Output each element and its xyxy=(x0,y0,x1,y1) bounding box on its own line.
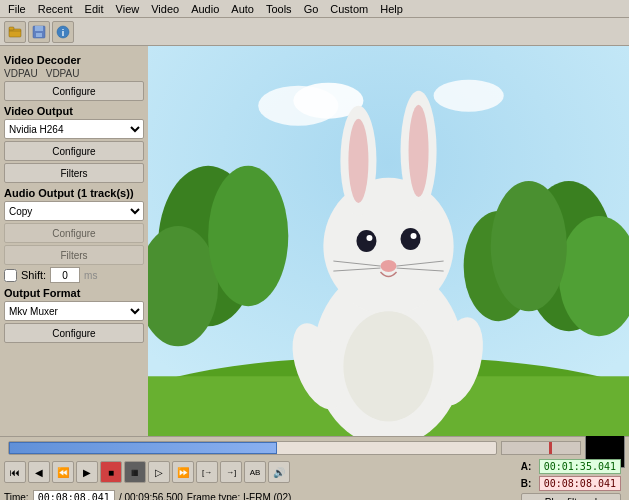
left-panel: Video Decoder VDPAU VDPAU Configure Vide… xyxy=(0,46,148,436)
video-panel xyxy=(148,46,629,436)
rec-button[interactable]: ▦ xyxy=(124,461,146,483)
svg-rect-4 xyxy=(36,33,42,37)
prev-frame-button[interactable]: ⏪ xyxy=(52,461,74,483)
menu-recent[interactable]: Recent xyxy=(32,2,79,16)
svg-point-29 xyxy=(411,233,417,239)
timeline-row xyxy=(4,439,625,457)
stop-button[interactable]: ■ xyxy=(100,461,122,483)
shift-unit: ms xyxy=(84,270,97,281)
video-output-row: Nvidia H264 xyxy=(4,119,144,139)
timeline-filled xyxy=(9,442,277,454)
video-decoder-title: Video Decoder xyxy=(4,54,144,66)
svg-rect-1 xyxy=(9,27,14,30)
time-value: 00:08:08.041 xyxy=(33,490,115,501)
bottom-area: ⏮ ◀ ⏪ ▶ ■ ▦ ▷ ⏩ [→ →] AB xyxy=(0,436,629,500)
svg-point-30 xyxy=(380,260,396,272)
shift-input[interactable] xyxy=(50,267,80,283)
play-filtered-button[interactable]: Play filtered xyxy=(521,493,621,500)
svg-point-25 xyxy=(409,105,429,197)
audio-output-title: Audio Output (1 track(s)) xyxy=(4,187,144,199)
filters1-button[interactable]: Filters xyxy=(4,163,144,183)
svg-point-15 xyxy=(208,166,288,306)
menu-tools[interactable]: Tools xyxy=(260,2,298,16)
frame-type: Frame type: I-FRM (02) xyxy=(187,492,291,501)
svg-point-24 xyxy=(348,119,368,203)
bottom-inner: ⏮ ◀ ⏪ ▶ ■ ▦ ▷ ⏩ [→ →] AB xyxy=(4,459,625,500)
menu-custom[interactable]: Custom xyxy=(324,2,374,16)
menu-help[interactable]: Help xyxy=(374,2,409,16)
menu-go[interactable]: Go xyxy=(298,2,325,16)
configure3-button[interactable]: Configure xyxy=(4,223,144,243)
main-layout: Video Decoder VDPAU VDPAU Configure Vide… xyxy=(0,46,629,436)
svg-text:i: i xyxy=(62,28,65,38)
status-row: Time: 00:08:08.041 / 00:09:56.500 Frame … xyxy=(4,487,521,500)
svg-point-21 xyxy=(323,178,453,314)
svg-point-27 xyxy=(401,228,421,250)
timeline-bar[interactable] xyxy=(8,441,497,455)
a-label: A: xyxy=(521,461,535,472)
filters2-button[interactable]: Filters xyxy=(4,245,144,265)
time-label: Time: xyxy=(4,492,29,501)
output-format-row: Mkv Muxer xyxy=(4,301,144,321)
b-label: B: xyxy=(521,478,535,489)
b-row: B: 00:08:08.041 xyxy=(521,476,621,491)
mark-out-button[interactable]: →] xyxy=(220,461,242,483)
audio-output-select[interactable]: Copy xyxy=(4,201,144,221)
video-content xyxy=(148,46,629,436)
shift-row: Shift: ms xyxy=(4,267,144,283)
mark-in-button[interactable]: [→ xyxy=(196,461,218,483)
play-button[interactable]: ▷ xyxy=(148,461,170,483)
vdpau-label-2: VDPAU xyxy=(46,68,80,79)
menu-file[interactable]: File xyxy=(2,2,32,16)
vdpau-row: VDPAU VDPAU xyxy=(4,68,144,79)
configure1-button[interactable]: Configure xyxy=(4,81,144,101)
bottom-right: A: 00:01:35.041 B: 00:08:08.041 Play fil… xyxy=(521,459,625,500)
vol-button[interactable]: 🔊 xyxy=(268,461,290,483)
ab-button[interactable]: AB xyxy=(244,461,266,483)
menu-video[interactable]: Video xyxy=(145,2,185,16)
mini-timeline[interactable] xyxy=(501,441,581,455)
a-row: A: 00:01:35.041 xyxy=(521,459,621,474)
info-button[interactable]: i xyxy=(52,21,74,43)
svg-point-16 xyxy=(491,181,567,311)
video-output-title: Video Output xyxy=(4,105,144,117)
save-button[interactable] xyxy=(28,21,50,43)
bottom-left: ⏮ ◀ ⏪ ▶ ■ ▦ ▷ ⏩ [→ →] AB xyxy=(4,459,521,500)
vdpau-label-1: VDPAU xyxy=(4,68,38,79)
shift-checkbox[interactable] xyxy=(4,269,17,282)
back-button[interactable]: ◀ xyxy=(28,461,50,483)
next-button[interactable]: ▶ xyxy=(76,461,98,483)
menubar: File Recent Edit View Video Audio Auto T… xyxy=(0,0,629,18)
output-format-title: Output Format xyxy=(4,287,144,299)
output-format-select[interactable]: Mkv Muxer xyxy=(4,301,144,321)
menu-view[interactable]: View xyxy=(110,2,146,16)
audio-output-row: Copy xyxy=(4,201,144,221)
menu-auto[interactable]: Auto xyxy=(225,2,260,16)
a-time: 00:01:35.041 xyxy=(539,459,621,474)
fwd-button[interactable]: ⏩ xyxy=(172,461,194,483)
toolbar: i xyxy=(0,18,629,46)
total-time: / 00:09:56.500 xyxy=(119,492,183,501)
b-time: 00:08:08.041 xyxy=(539,476,621,491)
configure2-button[interactable]: Configure xyxy=(4,141,144,161)
rewind-button[interactable]: ⏮ xyxy=(4,461,26,483)
controls-row: ⏮ ◀ ⏪ ▶ ■ ▦ ▷ ⏩ [→ →] AB xyxy=(4,459,521,485)
svg-point-28 xyxy=(366,235,372,241)
svg-point-37 xyxy=(343,311,433,421)
open-button[interactable] xyxy=(4,21,26,43)
menu-audio[interactable]: Audio xyxy=(185,2,225,16)
video-output-select[interactable]: Nvidia H264 xyxy=(4,119,144,139)
configure4-button[interactable]: Configure xyxy=(4,323,144,343)
mini-marker xyxy=(549,442,552,454)
svg-point-26 xyxy=(356,230,376,252)
menu-edit[interactable]: Edit xyxy=(79,2,110,16)
svg-point-19 xyxy=(434,80,504,112)
shift-label: Shift: xyxy=(21,269,46,281)
svg-rect-3 xyxy=(35,26,43,31)
